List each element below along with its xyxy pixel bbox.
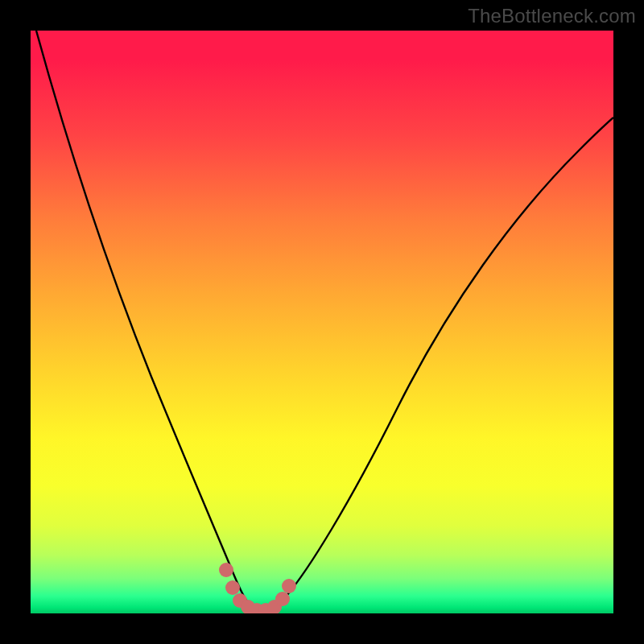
plot-area [31, 31, 613, 613]
svg-point-7 [275, 592, 290, 606]
optimal-zone-dots [219, 563, 296, 613]
svg-point-8 [282, 579, 296, 593]
chart-frame: TheBottleneck.com [0, 0, 644, 644]
svg-point-1 [225, 580, 240, 595]
svg-point-0 [219, 563, 233, 577]
bottleneck-curve [36, 31, 613, 611]
watermark-text: TheBottleneck.com [468, 5, 636, 27]
chart-svg [31, 31, 613, 613]
